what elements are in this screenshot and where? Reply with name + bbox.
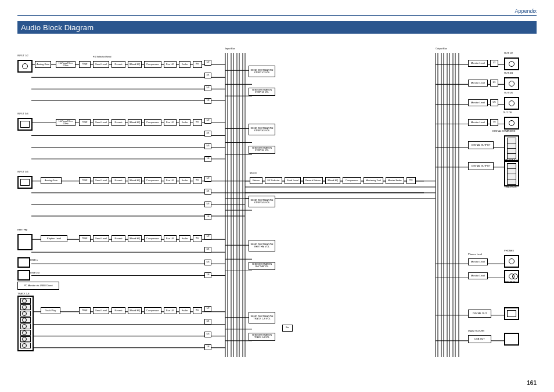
digrec-b-sub: TRACK9-16 <box>504 185 517 188</box>
track-reverb: Reverb <box>111 307 125 314</box>
ch5-rec: Rec <box>193 177 202 184</box>
wiring-layer <box>17 42 537 369</box>
usb-out-port <box>17 270 30 280</box>
output-bus-label: Output Bus <box>436 47 447 50</box>
ch5-pan: Pan L/R <box>164 177 177 184</box>
ch5-r78: 7/8 <box>204 214 211 220</box>
usb-in-label: USB In <box>30 258 38 261</box>
out34-mon: Monitor Level <box>468 80 488 87</box>
page-number: 161 <box>527 380 537 386</box>
master-fxselector: FX Selector <box>265 177 282 184</box>
ch1-reverb: Reverb <box>111 61 125 68</box>
ch3-r56: 5/6 <box>204 143 211 149</box>
port-label: INPUT 1/2 <box>17 54 28 57</box>
appendix-label: Appendix <box>515 8 537 14</box>
ch3-r12: 1/2 <box>204 118 211 124</box>
port-label: RHYTHM <box>17 228 27 231</box>
out12-port-label: OUT 1/2 <box>504 52 513 55</box>
port-input-12 <box>17 60 33 73</box>
ch1-sendlevel: Send Level <box>93 61 109 68</box>
output-bus <box>436 53 459 357</box>
ch1-rec: Rec <box>193 61 202 68</box>
ch5-eq: 3Band EQ <box>128 177 142 184</box>
track-r12: 1/2 <box>204 306 211 312</box>
port-rhythm <box>17 234 33 250</box>
rhythm-pan: Pan L/R <box>164 235 177 242</box>
port-out78 <box>504 117 519 130</box>
port-out56 <box>504 97 519 110</box>
usb-out-label: USB Out <box>30 271 39 274</box>
rhythm-r78: 7/8 <box>204 272 211 278</box>
ch3-hpf: Hi-Pass Filter 20Hz <box>56 119 75 126</box>
rhythm-r12: 1/2 <box>204 234 211 240</box>
port-label: INPUT 3/4 <box>17 112 28 115</box>
track-r78: 7/8 <box>204 344 211 350</box>
rhythm-comp: Compressor <box>144 235 161 242</box>
ch1-pan: Pan L/R <box>164 61 177 68</box>
track-comp: Compressor <box>144 307 161 314</box>
digrec-b-jacks <box>504 161 519 186</box>
port-digital-out <box>504 307 519 320</box>
track-r56: 5/6 <box>204 332 211 337</box>
ch5-r12: 1/2 <box>204 176 211 182</box>
port-label: TRACK 1-8 <box>17 292 29 295</box>
ch3-controller: SEND DESTINATION STRIP 3/4 VOL <box>249 124 275 135</box>
master-label: Master <box>250 171 257 174</box>
out34-port-label: OUT 3/4 <box>504 71 513 74</box>
rhythm-sendlevel: Send Level <box>93 235 109 242</box>
ch5-reverb: Reverb <box>111 177 125 184</box>
track-r34: 3/4 <box>204 319 211 325</box>
track-pan: Pan L/R <box>164 307 177 314</box>
ch1-fader: Fader <box>179 61 190 68</box>
ch1-comp: Compressor <box>144 61 161 68</box>
port-phones <box>504 255 519 268</box>
ch3-rec: Rec <box>193 119 202 126</box>
ch3-eq: 3Band EQ <box>128 119 142 126</box>
ch1-gain: Analog Gain <box>35 61 51 68</box>
port-out34 <box>504 77 519 90</box>
input-bus <box>225 53 245 357</box>
usb-out-note: Digital Out/USB <box>468 329 484 332</box>
ch5-r56: 5/6 <box>204 202 211 207</box>
track-stage: Stage <box>79 307 91 314</box>
out78-name: 7/8 <box>490 119 498 126</box>
audio-block-diagram: Input Bus Output Bus INPUT 1/2 Analog Ga… <box>17 42 537 369</box>
ch5-gain: Analog Gain <box>41 177 62 184</box>
phones-level: Phones Level <box>468 253 482 256</box>
usb-direct: PC Monitor via USB / Direct <box>17 282 59 290</box>
port-input-56 <box>17 176 33 189</box>
track-rec: Rec <box>193 307 202 314</box>
digital-out: DIGITAL OUT <box>468 310 491 318</box>
rhythm-fader: Fader <box>179 235 190 242</box>
ch1-hpf: Hi-Pass Filter 20Hz <box>56 61 75 68</box>
master-sendlevel: Send Level <box>285 177 301 184</box>
usb-in-port <box>17 257 30 268</box>
rhythm-controller-b: SEND DESTINATION RHYTHM VOL <box>249 262 275 270</box>
rhythm-eq: 3Band EQ <box>128 235 142 242</box>
track-fader: Fader <box>179 307 190 314</box>
ch1-controller: SEND DESTINATION STRIP 1/2 VOL <box>249 66 275 77</box>
ch3-fader: Fader <box>179 119 190 126</box>
rhythm-stage: Stage <box>79 235 91 242</box>
out78-mon: Monitor Level <box>468 119 488 126</box>
track-sendlevel: Send Level <box>93 307 109 314</box>
master-revreturn: Reverb Return <box>303 177 323 184</box>
digrec-b: DIGITAL OUTPUT <box>468 162 494 170</box>
ch1-r78: 7/8 <box>204 98 211 104</box>
ch1-stage: Stage <box>79 61 91 68</box>
port-out12 <box>504 57 519 70</box>
out56-mon: Monitor Level <box>468 99 488 106</box>
ch5-sendlevel: Send Level <box>93 177 109 184</box>
track-jacks <box>17 296 34 351</box>
port-input-34 <box>17 118 33 131</box>
rhythm-r34: 3/4 <box>204 247 211 253</box>
master-tool: Mastering Tool <box>364 177 383 184</box>
track-eq: 3Band EQ <box>128 307 142 314</box>
ch1-eq: 3Band EQ <box>128 61 142 68</box>
ch3-pan: Pan L/R <box>164 119 177 126</box>
usb-out: USB OUT <box>468 335 491 343</box>
track-controller: SEND DESTINATION TRACK 1-8 VOL <box>249 312 275 323</box>
ch5-controller: SEND DESTINATION STRIP 5/6 VOL <box>249 196 275 207</box>
ch1-fxsend-label: FX Selector/Send <box>93 55 111 58</box>
rhythm-r56: 5/6 <box>204 260 211 265</box>
